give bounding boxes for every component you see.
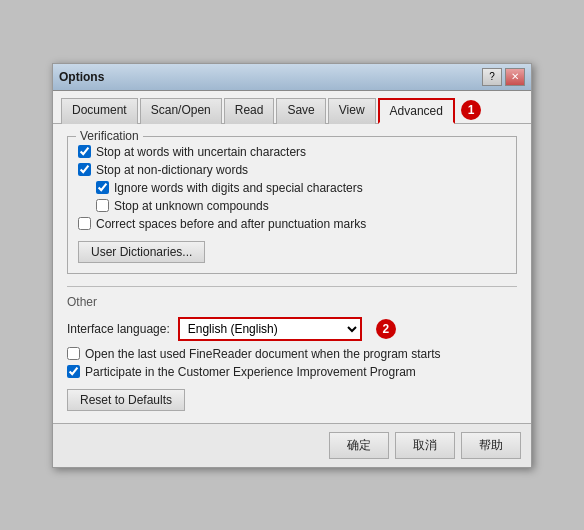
help-button[interactable]: ? [482, 68, 502, 86]
close-button[interactable]: ✕ [505, 68, 525, 86]
check-open-last: Open the last used FineReader document w… [67, 347, 517, 361]
footer: 确定 取消 帮助 [53, 423, 531, 467]
check-stop-uncertain: Stop at words with uncertain characters [78, 145, 506, 159]
tab-view[interactable]: View [328, 98, 376, 124]
language-select[interactable]: English (English)Chinese (Simplified)Chi… [180, 319, 360, 339]
reset-defaults-button[interactable]: Reset to Defaults [67, 389, 185, 411]
verification-label: Verification [76, 129, 143, 143]
other-label: Other [67, 295, 517, 309]
stop-unknown-label[interactable]: Stop at unknown compounds [114, 199, 269, 213]
participate-checkbox[interactable] [67, 365, 80, 378]
cancel-button[interactable]: 取消 [395, 432, 455, 459]
language-select-wrapper: English (English)Chinese (Simplified)Chi… [178, 317, 362, 341]
check-stop-unknown: Stop at unknown compounds [78, 199, 506, 213]
help-footer-button[interactable]: 帮助 [461, 432, 521, 459]
stop-uncertain-checkbox[interactable] [78, 145, 91, 158]
ok-button[interactable]: 确定 [329, 432, 389, 459]
interface-language-row: Interface language: English (English)Chi… [67, 317, 517, 341]
correct-spaces-checkbox[interactable] [78, 217, 91, 230]
content-area: Verification Stop at words with uncertai… [53, 124, 531, 423]
tab-save[interactable]: Save [276, 98, 325, 124]
check-correct-spaces: Correct spaces before and after punctuat… [78, 217, 506, 231]
window-title: Options [59, 70, 104, 84]
annotation-1: 1 [461, 100, 481, 120]
verification-group: Verification Stop at words with uncertai… [67, 136, 517, 274]
correct-spaces-label[interactable]: Correct spaces before and after punctuat… [96, 217, 366, 231]
annotation-2: 2 [376, 319, 396, 339]
ignore-digits-checkbox[interactable] [96, 181, 109, 194]
check-stop-non-dict: Stop at non-dictionary words [78, 163, 506, 177]
user-dictionaries-button[interactable]: User Dictionaries... [78, 241, 205, 263]
stop-non-dict-label[interactable]: Stop at non-dictionary words [96, 163, 248, 177]
check-participate: Participate in the Customer Experience I… [67, 365, 517, 379]
tab-advanced[interactable]: Advanced [378, 98, 455, 124]
other-section: Other Interface language: English (Engli… [67, 286, 517, 411]
tab-advanced-wrapper: Advanced 1 [378, 97, 481, 123]
open-last-checkbox[interactable] [67, 347, 80, 360]
tab-scan-open[interactable]: Scan/Open [140, 98, 222, 124]
stop-uncertain-label[interactable]: Stop at words with uncertain characters [96, 145, 306, 159]
tab-document[interactable]: Document [61, 98, 138, 124]
stop-non-dict-checkbox[interactable] [78, 163, 91, 176]
check-ignore-digits: Ignore words with digits and special cha… [78, 181, 506, 195]
tab-read[interactable]: Read [224, 98, 275, 124]
tabs-bar: Document Scan/Open Read Save View Advanc… [53, 91, 531, 124]
window-controls: ? ✕ [482, 68, 525, 86]
options-dialog: Options ? ✕ Document Scan/Open Read Save… [52, 63, 532, 468]
open-last-label[interactable]: Open the last used FineReader document w… [85, 347, 441, 361]
participate-label[interactable]: Participate in the Customer Experience I… [85, 365, 416, 379]
title-bar: Options ? ✕ [53, 64, 531, 91]
stop-unknown-checkbox[interactable] [96, 199, 109, 212]
ignore-digits-label[interactable]: Ignore words with digits and special cha… [114, 181, 363, 195]
interface-language-label: Interface language: [67, 322, 170, 336]
